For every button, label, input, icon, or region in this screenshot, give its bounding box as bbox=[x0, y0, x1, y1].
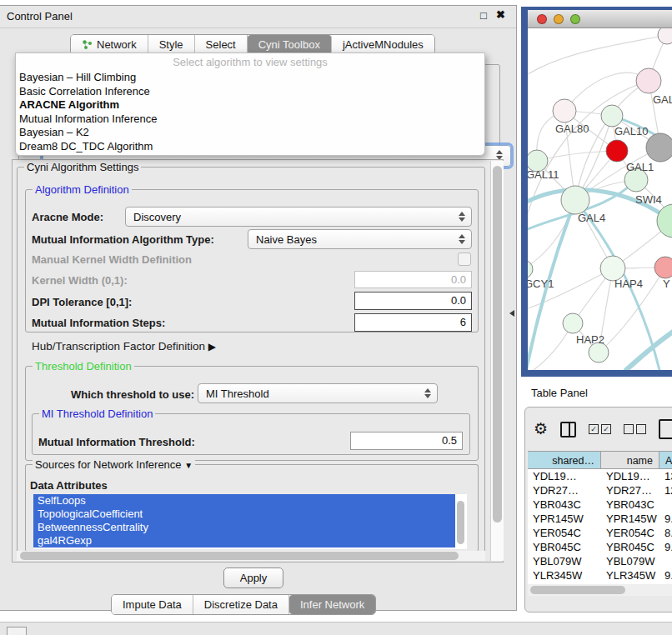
manual-kernel-label: Manual Kernel Width Definition bbox=[32, 253, 192, 266]
table-toolbar: ⚙ ✓✓ bbox=[534, 419, 672, 439]
network-canvas-area[interactable]: GALGAL80GAL10GAL1GAL11SWI4GAL4GCY1HAP4YH… bbox=[528, 28, 672, 370]
popup-items: Bayesian – Hill ClimbingBasic Correlatio… bbox=[16, 71, 484, 154]
tab-infer-network[interactable]: Infer Network bbox=[289, 595, 375, 614]
table-cell: YBR043C bbox=[528, 498, 601, 512]
table-cell: YLR345W bbox=[528, 568, 601, 582]
node-label: GCY1 bbox=[528, 278, 554, 290]
table-hscrollbar[interactable] bbox=[528, 584, 672, 596]
tab-label: Cyni Toolbox bbox=[258, 38, 320, 51]
columns-icon[interactable] bbox=[560, 422, 576, 438]
mi-threshold-field[interactable]: 0.5 bbox=[350, 432, 463, 450]
minimize-traffic-light-icon[interactable] bbox=[554, 14, 564, 24]
gear-icon[interactable]: ⚙ bbox=[534, 421, 548, 438]
popup-item-basic-correlation-inference[interactable]: Basic Correlation Inference bbox=[16, 85, 484, 99]
column-header-shared[interactable]: shared… bbox=[528, 451, 601, 469]
table-hscrollbar-thumb[interactable] bbox=[530, 586, 625, 594]
manual-kernel-checkbox[interactable] bbox=[458, 252, 471, 266]
close-traffic-light-icon[interactable] bbox=[537, 14, 547, 24]
tab-label: Style bbox=[159, 38, 183, 51]
network-canvas[interactable]: GALGAL80GAL10GAL1GAL11SWI4GAL4GCY1HAP4YH… bbox=[528, 28, 672, 370]
tab-label: Select bbox=[206, 38, 236, 51]
table-row[interactable]: YDR27…YDR27…12 bbox=[528, 483, 672, 498]
popup-item-bayesian-k2[interactable]: Bayesian – K2 bbox=[16, 126, 484, 140]
unchecked-box-icon bbox=[636, 424, 646, 434]
list-item[interactable]: gal4RGexp bbox=[33, 534, 455, 548]
mi-type-combo[interactable]: Naive Bayes bbox=[248, 229, 472, 249]
network-node[interactable] bbox=[561, 186, 589, 214]
popup-item-aracne-algorithm[interactable]: ARACNE Algorithm bbox=[16, 98, 484, 112]
table-row[interactable]: YDL19…YDL19…13 bbox=[528, 469, 672, 483]
table-cell: YPR145W bbox=[528, 512, 601, 526]
table-body: YDL19…YDL19…13YDR27…YDR27…12YBR043CYBR04… bbox=[528, 469, 672, 586]
column-header-name[interactable]: name bbox=[601, 451, 659, 469]
node-table: shared…nameA YDL19…YDL19…13YDR27…YDR27…1… bbox=[528, 451, 672, 586]
table-panel: ⚙ ✓✓ shared…nameA YDL19…YDL19…13YDR27…YD… bbox=[524, 407, 672, 612]
tab-discretize-data[interactable]: Discretize Data bbox=[193, 595, 289, 614]
file-icon[interactable] bbox=[659, 419, 672, 439]
kernel-width-field[interactable]: 0.0 bbox=[354, 271, 472, 288]
tab-network[interactable]: Network bbox=[71, 35, 148, 54]
unchecked-pair-icon[interactable] bbox=[624, 424, 646, 434]
data-attributes-list[interactable]: SelfLoopsTopologicalCoefficientBetweenne… bbox=[33, 494, 467, 549]
dpi-tolerance-field[interactable]: 0.0 bbox=[354, 292, 472, 310]
mi-steps-field[interactable]: 6 bbox=[354, 313, 472, 332]
tab-jactivemnodules[interactable]: jActiveMNodules bbox=[332, 35, 434, 54]
table-row[interactable]: YPR145WYPR145W9. bbox=[528, 512, 672, 526]
settings-vscrollbar[interactable] bbox=[490, 161, 504, 561]
tab-select[interactable]: Select bbox=[195, 35, 248, 54]
table-cell bbox=[659, 498, 672, 512]
popup-item-mutual-information-inference[interactable]: Mutual Information Inference bbox=[16, 112, 484, 127]
table-cell: 8. bbox=[659, 526, 672, 540]
table-row[interactable]: YER054CYER054C8. bbox=[528, 526, 672, 540]
settings-hscrollbar-thumb[interactable] bbox=[20, 552, 459, 560]
spinner-arrows-icon bbox=[455, 234, 469, 244]
settings-hscrollbar[interactable] bbox=[17, 551, 485, 561]
list-item[interactable]: BetweennessCentrality bbox=[33, 521, 455, 534]
float-window-icon[interactable]: □ bbox=[480, 9, 487, 22]
zoom-traffic-light-icon[interactable] bbox=[570, 14, 580, 24]
apply-button[interactable]: Apply bbox=[223, 568, 283, 588]
hub-definition-label[interactable]: Hub/Transcription Factor Definition ▶ bbox=[32, 340, 216, 352]
network-node[interactable] bbox=[646, 133, 672, 162]
column-header-a[interactable]: A bbox=[659, 451, 672, 469]
network-node[interactable] bbox=[553, 99, 576, 122]
network-node[interactable] bbox=[654, 257, 672, 278]
table-cell: YDR27… bbox=[601, 483, 659, 498]
mi-threshold-label: Mutual Information Threshold: bbox=[38, 436, 195, 448]
network-node[interactable] bbox=[658, 28, 672, 44]
cyni-algorithm-settings-title: Cyni Algorithm Settings bbox=[24, 161, 141, 173]
tab-style[interactable]: Style bbox=[148, 35, 195, 54]
aracne-mode-combo[interactable]: Discovery bbox=[125, 207, 472, 227]
table-row[interactable]: YBL079WYBL079W bbox=[528, 554, 672, 568]
settings-vscrollbar-thumb[interactable] bbox=[493, 166, 502, 522]
table-row[interactable]: YLR345WYLR345W9. bbox=[528, 568, 672, 582]
node-label: GAL4 bbox=[578, 212, 605, 224]
table-cell: YLR345W bbox=[601, 568, 659, 582]
which-threshold-combo[interactable]: MI Threshold bbox=[198, 383, 438, 403]
tab-impute-data[interactable]: Impute Data bbox=[112, 595, 193, 614]
network-node[interactable] bbox=[606, 140, 628, 162]
mi-type-value: Naive Bayes bbox=[248, 233, 455, 246]
table-cell: YER054C bbox=[528, 526, 601, 540]
network-node[interactable] bbox=[563, 313, 583, 333]
list-vscrollbar-thumb[interactable] bbox=[457, 501, 464, 544]
table-row[interactable]: YBR045CYBR045C9. bbox=[528, 540, 672, 554]
network-node[interactable] bbox=[636, 68, 661, 93]
checked-box-icon: ✓ bbox=[601, 424, 611, 434]
screen: Control Panel □ ✖ NetworkStyleSelectCyni… bbox=[0, 0, 672, 635]
close-icon[interactable]: ✖ bbox=[496, 8, 505, 21]
node-label: HAP2 bbox=[576, 333, 604, 346]
tab-cyni-toolbox[interactable]: Cyni Toolbox bbox=[248, 35, 332, 54]
popup-item-bayesian-hill-climbing[interactable]: Bayesian – Hill Climbing bbox=[16, 71, 484, 85]
sources-title[interactable]: Sources for Network Inference ▼ bbox=[33, 458, 195, 471]
table-row[interactable]: YBR043CYBR043C bbox=[528, 498, 672, 512]
tab-label: Infer Network bbox=[300, 598, 364, 611]
disclosure-right-icon: ▶ bbox=[208, 341, 216, 352]
list-item[interactable]: SelfLoops bbox=[33, 494, 455, 508]
node-label: GAL10 bbox=[614, 125, 648, 138]
network-icon bbox=[82, 39, 93, 50]
network-node[interactable] bbox=[601, 105, 623, 127]
list-item[interactable]: TopologicalCoefficient bbox=[33, 508, 455, 521]
checked-pair-icon[interactable]: ✓✓ bbox=[589, 424, 611, 434]
popup-item-dream8-dc-tdc-algorithm[interactable]: Dream8 DC_TDC Algorithm bbox=[16, 140, 484, 154]
